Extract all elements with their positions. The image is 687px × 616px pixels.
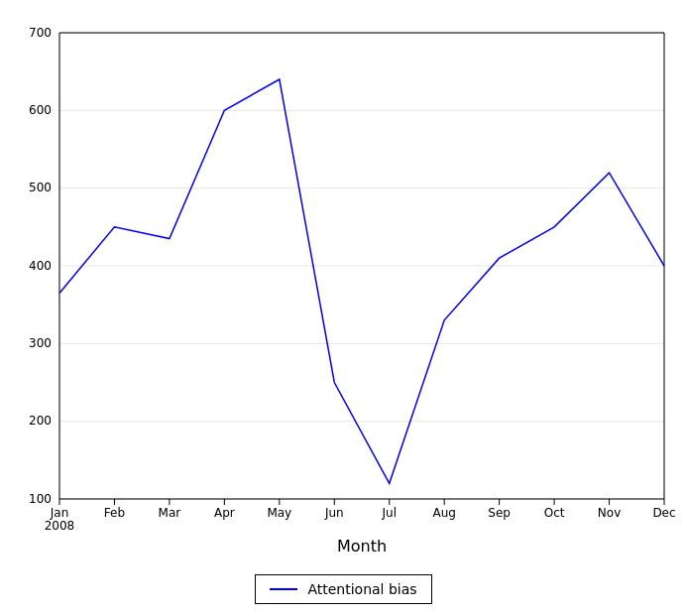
x-label-2008: 2008 <box>45 519 75 533</box>
x-label-nov: Nov <box>598 506 621 520</box>
y-tick-300: 300 <box>29 336 52 350</box>
x-label-oct: Oct <box>544 506 565 520</box>
y-tick-200: 200 <box>29 414 52 428</box>
legend-line-attentional-bias <box>270 588 297 590</box>
legend-label-attentional-bias: Attentional bias <box>307 581 416 597</box>
chart-svg: 700 600 500 400 300 200 100 <box>0 13 687 568</box>
x-label-jul: Jul <box>381 506 396 520</box>
y-tick-400: 400 <box>29 259 52 273</box>
y-tick-600: 600 <box>29 103 52 117</box>
x-label-feb: Feb <box>104 506 125 520</box>
chart-container: 700 600 500 400 300 200 100 <box>0 0 687 616</box>
x-label-jan: Jan <box>50 506 69 520</box>
x-label-may: May <box>267 506 291 520</box>
x-axis-label: Month <box>337 537 387 555</box>
x-label-jun: Jun <box>324 506 344 520</box>
x-label-sep: Sep <box>488 506 511 520</box>
x-label-dec: Dec <box>652 506 675 520</box>
x-label-mar: Mar <box>159 506 181 520</box>
y-tick-100: 100 <box>29 492 52 506</box>
y-tick-700: 700 <box>29 26 52 40</box>
y-tick-500: 500 <box>29 181 52 194</box>
x-label-aug: Aug <box>432 506 455 520</box>
legend: Attentional bias <box>255 574 431 604</box>
x-label-apr: Apr <box>214 506 235 520</box>
